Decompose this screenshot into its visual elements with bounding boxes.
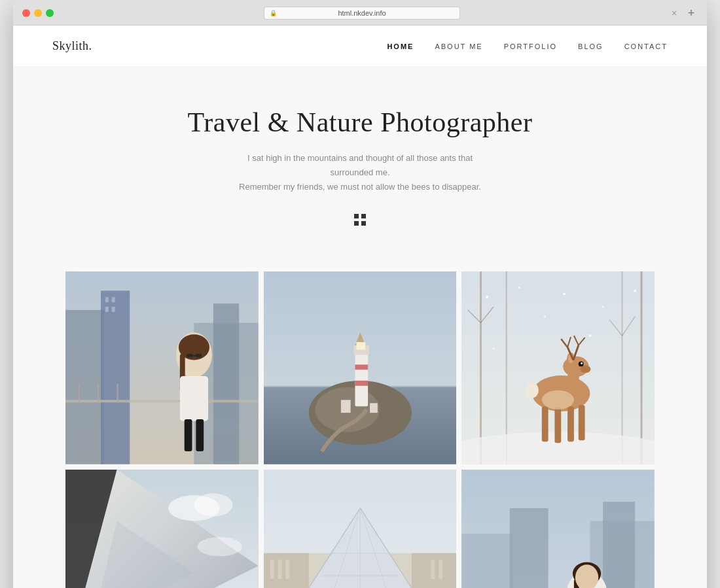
close-button[interactable] (22, 9, 30, 17)
hero-title: Travel & Nature Photographer (26, 107, 694, 138)
gallery-section (13, 258, 707, 588)
hero-section: Travel & Nature Photographer I sat high … (13, 67, 707, 258)
svg-rect-12 (117, 384, 118, 403)
browser-window: html.nkdev.info × + Skylith. HOME ABOUT … (13, 0, 707, 588)
site-nav: HOME ABOUT ME PORTFOLIO BLOG CONTACT (387, 43, 668, 50)
grid-dot (361, 221, 366, 226)
nav-portfolio[interactable]: PORTFOLIO (504, 43, 557, 50)
svg-rect-27 (355, 349, 368, 406)
svg-rect-20 (185, 419, 192, 451)
svg-rect-69 (567, 407, 574, 442)
svg-rect-68 (555, 408, 562, 443)
gallery-item-3[interactable] (461, 271, 655, 464)
browser-chrome: html.nkdev.info × + (13, 0, 707, 26)
svg-rect-7 (105, 307, 109, 312)
svg-point-75 (194, 493, 232, 516)
svg-rect-31 (355, 365, 368, 370)
nav-home[interactable]: HOME (387, 43, 414, 50)
svg-rect-8 (112, 307, 115, 312)
svg-rect-70 (579, 406, 585, 441)
gallery-item-4[interactable] (65, 470, 259, 588)
nav-about[interactable]: ABOUT ME (435, 43, 482, 50)
svg-rect-4 (213, 303, 239, 464)
address-bar: html.nkdev.info (60, 7, 664, 20)
svg-point-52 (545, 316, 547, 318)
hero-subtitle: I sat high in the mountains and thought … (236, 151, 484, 194)
nav-contact[interactable]: CONTACT (624, 43, 668, 50)
svg-rect-2 (101, 291, 130, 464)
grid-dot (361, 214, 366, 218)
svg-point-48 (602, 306, 604, 308)
new-tab-button[interactable]: + (685, 7, 698, 20)
svg-rect-105 (603, 502, 635, 588)
svg-rect-19 (192, 355, 195, 356)
svg-point-71 (542, 390, 574, 409)
svg-rect-84 (431, 559, 435, 578)
site-header: Skylith. HOME ABOUT ME PORTFOLIO BLOG CO… (13, 26, 707, 67)
svg-rect-10 (79, 384, 80, 403)
grid-view-icon[interactable] (26, 214, 694, 226)
svg-rect-5 (105, 298, 109, 303)
svg-point-49 (634, 290, 637, 292)
gallery-item-2[interactable] (264, 271, 457, 464)
svg-rect-67 (542, 407, 549, 442)
svg-point-50 (493, 348, 495, 350)
site-wrapper: Skylith. HOME ABOUT ME PORTFOLIO BLOG CO… (13, 26, 707, 588)
svg-rect-83 (285, 559, 289, 578)
nav-blog[interactable]: BLOG (578, 43, 603, 50)
svg-rect-103 (510, 508, 549, 588)
svg-point-56 (581, 366, 591, 373)
gallery-item-6[interactable] (461, 470, 655, 588)
url-display[interactable]: html.nkdev.info (264, 7, 460, 20)
svg-rect-34 (370, 404, 378, 413)
svg-point-51 (589, 335, 592, 337)
svg-rect-17 (187, 354, 193, 358)
grid-dot (354, 214, 359, 218)
svg-rect-81 (270, 559, 274, 578)
svg-rect-18 (195, 354, 202, 358)
svg-rect-21 (196, 419, 204, 451)
gallery-grid (65, 271, 655, 588)
svg-rect-9 (65, 400, 259, 403)
gallery-item-5[interactable] (264, 470, 457, 588)
svg-rect-11 (98, 384, 99, 403)
tab-close-icon[interactable]: × (670, 9, 678, 17)
gallery-item-1[interactable] (65, 271, 259, 464)
svg-point-58 (581, 362, 583, 364)
svg-rect-102 (461, 534, 513, 588)
grid-dot (354, 221, 359, 226)
svg-point-76 (197, 537, 242, 556)
svg-rect-85 (439, 559, 442, 578)
svg-rect-6 (112, 298, 115, 303)
svg-point-47 (564, 293, 566, 296)
browser-content: Skylith. HOME ABOUT ME PORTFOLIO BLOG CO… (13, 26, 707, 588)
svg-rect-33 (341, 400, 351, 413)
svg-rect-32 (355, 381, 368, 386)
svg-point-72 (526, 383, 539, 398)
maximize-button[interactable] (46, 9, 54, 17)
svg-point-46 (518, 286, 520, 288)
minimize-button[interactable] (34, 9, 42, 17)
svg-rect-16 (180, 376, 208, 421)
svg-rect-30 (356, 342, 365, 350)
traffic-lights (22, 9, 54, 17)
site-logo[interactable]: Skylith. (52, 39, 92, 53)
svg-point-45 (486, 296, 489, 299)
svg-rect-82 (278, 559, 281, 578)
